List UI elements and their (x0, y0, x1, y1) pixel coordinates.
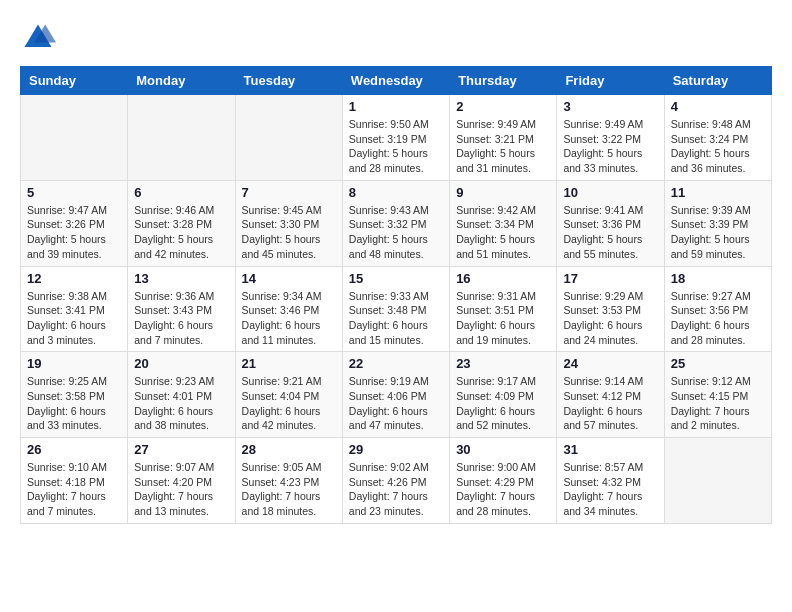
day-number: 13 (134, 271, 228, 286)
weekday-header-monday: Monday (128, 67, 235, 95)
day-cell: 26Sunrise: 9:10 AM Sunset: 4:18 PM Dayli… (21, 438, 128, 524)
day-cell: 22Sunrise: 9:19 AM Sunset: 4:06 PM Dayli… (342, 352, 449, 438)
day-cell: 19Sunrise: 9:25 AM Sunset: 3:58 PM Dayli… (21, 352, 128, 438)
day-number: 21 (242, 356, 336, 371)
day-cell: 25Sunrise: 9:12 AM Sunset: 4:15 PM Dayli… (664, 352, 771, 438)
day-cell: 20Sunrise: 9:23 AM Sunset: 4:01 PM Dayli… (128, 352, 235, 438)
day-info: Sunrise: 9:47 AM Sunset: 3:26 PM Dayligh… (27, 203, 121, 262)
day-info: Sunrise: 9:45 AM Sunset: 3:30 PM Dayligh… (242, 203, 336, 262)
day-cell: 5Sunrise: 9:47 AM Sunset: 3:26 PM Daylig… (21, 180, 128, 266)
day-number: 23 (456, 356, 550, 371)
day-number: 20 (134, 356, 228, 371)
day-number: 27 (134, 442, 228, 457)
day-info: Sunrise: 9:42 AM Sunset: 3:34 PM Dayligh… (456, 203, 550, 262)
day-info: Sunrise: 9:21 AM Sunset: 4:04 PM Dayligh… (242, 374, 336, 433)
day-info: Sunrise: 8:57 AM Sunset: 4:32 PM Dayligh… (563, 460, 657, 519)
day-cell: 18Sunrise: 9:27 AM Sunset: 3:56 PM Dayli… (664, 266, 771, 352)
day-cell (21, 95, 128, 181)
day-info: Sunrise: 9:50 AM Sunset: 3:19 PM Dayligh… (349, 117, 443, 176)
day-info: Sunrise: 9:29 AM Sunset: 3:53 PM Dayligh… (563, 289, 657, 348)
day-number: 30 (456, 442, 550, 457)
day-cell: 8Sunrise: 9:43 AM Sunset: 3:32 PM Daylig… (342, 180, 449, 266)
day-number: 12 (27, 271, 121, 286)
weekday-header-tuesday: Tuesday (235, 67, 342, 95)
day-info: Sunrise: 9:39 AM Sunset: 3:39 PM Dayligh… (671, 203, 765, 262)
day-cell: 9Sunrise: 9:42 AM Sunset: 3:34 PM Daylig… (450, 180, 557, 266)
day-info: Sunrise: 9:17 AM Sunset: 4:09 PM Dayligh… (456, 374, 550, 433)
day-cell: 1Sunrise: 9:50 AM Sunset: 3:19 PM Daylig… (342, 95, 449, 181)
day-info: Sunrise: 9:10 AM Sunset: 4:18 PM Dayligh… (27, 460, 121, 519)
day-number: 26 (27, 442, 121, 457)
day-info: Sunrise: 9:07 AM Sunset: 4:20 PM Dayligh… (134, 460, 228, 519)
day-number: 10 (563, 185, 657, 200)
day-info: Sunrise: 9:49 AM Sunset: 3:22 PM Dayligh… (563, 117, 657, 176)
day-cell: 10Sunrise: 9:41 AM Sunset: 3:36 PM Dayli… (557, 180, 664, 266)
day-number: 22 (349, 356, 443, 371)
day-info: Sunrise: 9:27 AM Sunset: 3:56 PM Dayligh… (671, 289, 765, 348)
week-row-0: 1Sunrise: 9:50 AM Sunset: 3:19 PM Daylig… (21, 95, 772, 181)
weekday-header-friday: Friday (557, 67, 664, 95)
day-cell: 21Sunrise: 9:21 AM Sunset: 4:04 PM Dayli… (235, 352, 342, 438)
day-info: Sunrise: 9:34 AM Sunset: 3:46 PM Dayligh… (242, 289, 336, 348)
weekday-header-wednesday: Wednesday (342, 67, 449, 95)
day-number: 1 (349, 99, 443, 114)
day-number: 5 (27, 185, 121, 200)
day-info: Sunrise: 9:25 AM Sunset: 3:58 PM Dayligh… (27, 374, 121, 433)
day-cell: 24Sunrise: 9:14 AM Sunset: 4:12 PM Dayli… (557, 352, 664, 438)
day-number: 18 (671, 271, 765, 286)
day-number: 31 (563, 442, 657, 457)
calendar-table: SundayMondayTuesdayWednesdayThursdayFrid… (20, 66, 772, 524)
day-cell: 12Sunrise: 9:38 AM Sunset: 3:41 PM Dayli… (21, 266, 128, 352)
logo (20, 20, 62, 56)
day-number: 6 (134, 185, 228, 200)
day-cell: 17Sunrise: 9:29 AM Sunset: 3:53 PM Dayli… (557, 266, 664, 352)
day-cell (664, 438, 771, 524)
day-info: Sunrise: 9:49 AM Sunset: 3:21 PM Dayligh… (456, 117, 550, 176)
day-number: 7 (242, 185, 336, 200)
day-info: Sunrise: 9:02 AM Sunset: 4:26 PM Dayligh… (349, 460, 443, 519)
day-info: Sunrise: 9:46 AM Sunset: 3:28 PM Dayligh… (134, 203, 228, 262)
week-row-4: 26Sunrise: 9:10 AM Sunset: 4:18 PM Dayli… (21, 438, 772, 524)
day-number: 3 (563, 99, 657, 114)
day-cell: 2Sunrise: 9:49 AM Sunset: 3:21 PM Daylig… (450, 95, 557, 181)
day-info: Sunrise: 9:48 AM Sunset: 3:24 PM Dayligh… (671, 117, 765, 176)
day-cell: 7Sunrise: 9:45 AM Sunset: 3:30 PM Daylig… (235, 180, 342, 266)
day-number: 24 (563, 356, 657, 371)
day-cell: 16Sunrise: 9:31 AM Sunset: 3:51 PM Dayli… (450, 266, 557, 352)
week-row-1: 5Sunrise: 9:47 AM Sunset: 3:26 PM Daylig… (21, 180, 772, 266)
day-cell: 23Sunrise: 9:17 AM Sunset: 4:09 PM Dayli… (450, 352, 557, 438)
day-info: Sunrise: 9:38 AM Sunset: 3:41 PM Dayligh… (27, 289, 121, 348)
day-cell: 30Sunrise: 9:00 AM Sunset: 4:29 PM Dayli… (450, 438, 557, 524)
day-info: Sunrise: 9:41 AM Sunset: 3:36 PM Dayligh… (563, 203, 657, 262)
day-number: 16 (456, 271, 550, 286)
day-number: 17 (563, 271, 657, 286)
page-header (20, 20, 772, 56)
week-row-3: 19Sunrise: 9:25 AM Sunset: 3:58 PM Dayli… (21, 352, 772, 438)
day-cell: 3Sunrise: 9:49 AM Sunset: 3:22 PM Daylig… (557, 95, 664, 181)
day-info: Sunrise: 9:05 AM Sunset: 4:23 PM Dayligh… (242, 460, 336, 519)
day-info: Sunrise: 9:43 AM Sunset: 3:32 PM Dayligh… (349, 203, 443, 262)
weekday-header-sunday: Sunday (21, 67, 128, 95)
day-number: 9 (456, 185, 550, 200)
day-number: 15 (349, 271, 443, 286)
day-number: 4 (671, 99, 765, 114)
day-cell: 28Sunrise: 9:05 AM Sunset: 4:23 PM Dayli… (235, 438, 342, 524)
day-cell: 14Sunrise: 9:34 AM Sunset: 3:46 PM Dayli… (235, 266, 342, 352)
day-info: Sunrise: 9:12 AM Sunset: 4:15 PM Dayligh… (671, 374, 765, 433)
day-info: Sunrise: 9:14 AM Sunset: 4:12 PM Dayligh… (563, 374, 657, 433)
day-number: 8 (349, 185, 443, 200)
day-info: Sunrise: 9:00 AM Sunset: 4:29 PM Dayligh… (456, 460, 550, 519)
weekday-header-saturday: Saturday (664, 67, 771, 95)
day-cell: 31Sunrise: 8:57 AM Sunset: 4:32 PM Dayli… (557, 438, 664, 524)
day-number: 19 (27, 356, 121, 371)
day-cell: 27Sunrise: 9:07 AM Sunset: 4:20 PM Dayli… (128, 438, 235, 524)
day-cell: 29Sunrise: 9:02 AM Sunset: 4:26 PM Dayli… (342, 438, 449, 524)
day-cell (235, 95, 342, 181)
day-number: 28 (242, 442, 336, 457)
day-cell: 15Sunrise: 9:33 AM Sunset: 3:48 PM Dayli… (342, 266, 449, 352)
day-cell: 6Sunrise: 9:46 AM Sunset: 3:28 PM Daylig… (128, 180, 235, 266)
day-number: 29 (349, 442, 443, 457)
week-row-2: 12Sunrise: 9:38 AM Sunset: 3:41 PM Dayli… (21, 266, 772, 352)
day-cell: 13Sunrise: 9:36 AM Sunset: 3:43 PM Dayli… (128, 266, 235, 352)
day-info: Sunrise: 9:33 AM Sunset: 3:48 PM Dayligh… (349, 289, 443, 348)
